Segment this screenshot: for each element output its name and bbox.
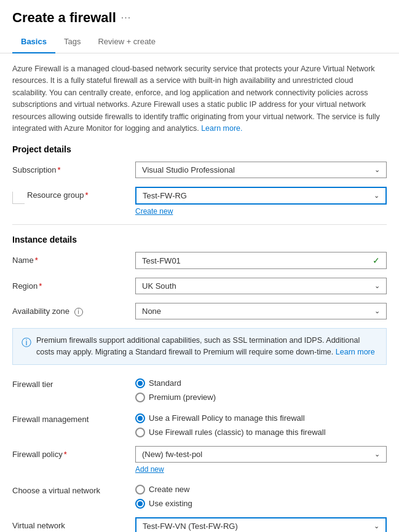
region-chevron-icon: ⌄ (374, 282, 380, 290)
firewall-policy-chevron-icon: ⌄ (374, 450, 380, 458)
tabs-bar: Basics Tags Review + create (0, 32, 399, 53)
region-dropdown[interactable]: UK South ⌄ (135, 278, 387, 294)
virtual-network-choice-row: Choose a virtual network Create new Use … (12, 482, 387, 509)
resource-group-row: Resource group* Test-FW-RG ⌄ Create new (12, 187, 387, 216)
region-control: UK South ⌄ (135, 278, 387, 294)
section-divider (12, 224, 387, 225)
premium-radio-icon (135, 393, 145, 402)
region-row: Region* UK South ⌄ (12, 278, 387, 294)
premium-info-box: ⓘ Premium firewalls support additional c… (12, 328, 387, 365)
name-input[interactable]: Test-FW01 ✓ (135, 252, 387, 269)
firewall-tier-row: Firewall tier Standard Premium (preview) (12, 376, 387, 402)
tab-basics[interactable]: Basics (12, 32, 55, 53)
name-label: Name* (12, 252, 135, 265)
create-new-radio-icon (135, 485, 145, 495)
description-text: Azure Firewall is a managed cloud-based … (12, 63, 387, 135)
subscription-row: Subscription* Visual Studio Professional… (12, 162, 387, 178)
form-content: Azure Firewall is a managed cloud-based … (0, 53, 399, 532)
info-box-icon: ⓘ (22, 335, 31, 350)
firewall-policy-dropdown[interactable]: (New) fw-test-pol ⌄ (135, 446, 387, 463)
ellipsis-menu-button[interactable]: ··· (121, 12, 131, 23)
page-title: Create a firewall (12, 10, 116, 26)
virtual-network-control: Test-FW-VN (Test-FW-RG) ⌄ (135, 517, 387, 532)
virtual-network-label: Virtual network (12, 517, 135, 530)
firewall-policy-row: Firewall policy* (New) fw-test-pol ⌄ Add… (12, 446, 387, 474)
availability-zone-info-icon[interactable]: i (74, 308, 83, 316)
availability-zone-dropdown[interactable]: None ⌄ (135, 303, 387, 319)
subscription-control: Visual Studio Professional ⌄ (135, 162, 387, 178)
info-box-learn-more-link[interactable]: Learn more (336, 348, 375, 356)
info-box-text: Premium firewalls support additional cap… (36, 335, 377, 358)
virtual-network-row: Virtual network Test-FW-VN (Test-FW-RG) … (12, 517, 387, 532)
firewall-tier-radio-group: Standard Premium (preview) (135, 376, 387, 402)
virtual-network-dropdown[interactable]: Test-FW-VN (Test-FW-RG) ⌄ (135, 517, 387, 532)
use-existing-radio-icon (135, 499, 145, 509)
resource-group-create-new-link[interactable]: Create new (135, 207, 173, 216)
name-row: Name* Test-FW01 ✓ (12, 252, 387, 269)
instance-details-heading: Instance details (12, 235, 387, 244)
firewall-management-control: Use a Firewall Policy to manage this fir… (135, 411, 387, 437)
availability-zone-row: Availability zone i None ⌄ (12, 303, 387, 319)
policy-radio-icon (135, 413, 145, 423)
firewall-policy-control: (New) fw-test-pol ⌄ Add new (135, 446, 387, 474)
resource-group-control: Test-FW-RG ⌄ Create new (135, 187, 387, 216)
firewall-policy-add-new-link[interactable]: Add new (135, 465, 164, 474)
firewall-management-label: Firewall management (12, 411, 135, 424)
resource-group-dropdown[interactable]: Test-FW-RG ⌄ (135, 187, 387, 205)
project-details-heading: Project details (12, 144, 387, 154)
virtual-network-choice-control: Create new Use existing (135, 482, 387, 509)
firewall-tier-control: Standard Premium (preview) (135, 376, 387, 402)
resource-group-chevron-icon: ⌄ (374, 192, 379, 200)
resource-group-label: Resource group* (27, 187, 135, 200)
vnet-create-new[interactable]: Create new (135, 485, 387, 495)
management-classic[interactable]: Use Firewall rules (classic) to manage t… (135, 428, 387, 437)
vnet-use-existing[interactable]: Use existing (135, 499, 387, 509)
management-policy[interactable]: Use a Firewall Policy to manage this fir… (135, 413, 387, 423)
firewall-policy-label: Firewall policy* (12, 446, 135, 459)
page-header: Create a firewall ··· (0, 0, 399, 32)
indent-line (12, 192, 25, 204)
tab-review-create[interactable]: Review + create (89, 32, 164, 53)
region-label: Region* (12, 278, 135, 291)
subscription-label: Subscription* (12, 162, 135, 174)
classic-radio-icon (135, 428, 145, 437)
virtual-network-choice-label: Choose a virtual network (12, 482, 135, 495)
subscription-dropdown[interactable]: Visual Studio Professional ⌄ (135, 162, 387, 178)
firewall-tier-label: Firewall tier (12, 376, 135, 389)
firewall-management-radio-group: Use a Firewall Policy to manage this fir… (135, 411, 387, 437)
availability-zone-control: None ⌄ (135, 303, 387, 319)
firewall-tier-premium[interactable]: Premium (preview) (135, 393, 387, 402)
learn-more-link[interactable]: Learn more. (201, 124, 242, 133)
firewall-management-row: Firewall management Use a Firewall Polic… (12, 411, 387, 437)
availability-zone-label: Availability zone i (12, 303, 135, 316)
tab-tags[interactable]: Tags (55, 32, 89, 53)
name-control: Test-FW01 ✓ (135, 252, 387, 269)
standard-radio-icon (135, 378, 145, 388)
name-valid-icon: ✓ (373, 256, 380, 265)
subscription-chevron-icon: ⌄ (374, 166, 380, 174)
firewall-tier-standard[interactable]: Standard (135, 378, 387, 388)
virtual-network-choice-radio-group: Create new Use existing (135, 482, 387, 509)
availability-zone-chevron-icon: ⌄ (374, 307, 380, 315)
virtual-network-chevron-icon: ⌄ (374, 522, 379, 530)
